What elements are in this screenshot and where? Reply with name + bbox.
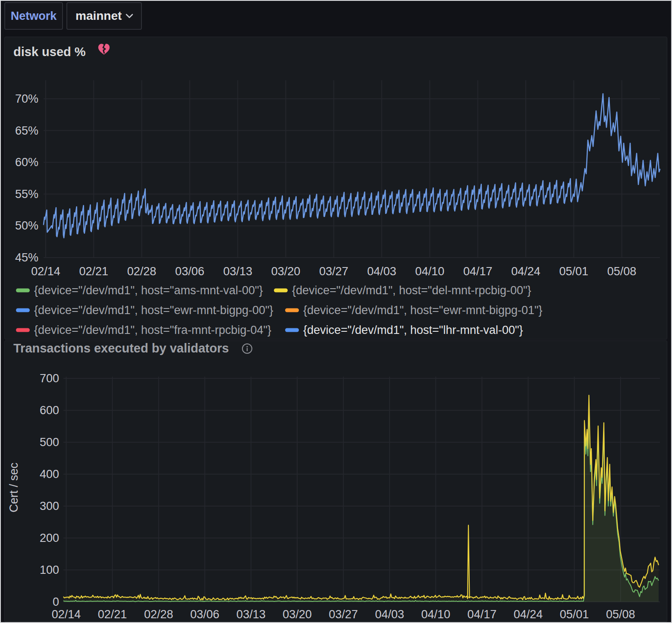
svg-text:disk used %: disk used % [13, 45, 86, 59]
svg-text:03/06: 03/06 [190, 608, 220, 621]
svg-text:Transactions executed by valid: Transactions executed by validators [13, 341, 229, 355]
svg-text:04/03: 04/03 [367, 265, 396, 278]
svg-text:{device="/dev/md1", host="ewr-: {device="/dev/md1", host="ewr-mnt-bigpg-… [303, 304, 543, 317]
svg-text:300: 300 [40, 500, 59, 513]
svg-text:400: 400 [40, 468, 59, 481]
svg-text:{device="/dev/md1", host="ewr-: {device="/dev/md1", host="ewr-mnt-bigpg-… [34, 304, 273, 317]
svg-text:05/01: 05/01 [560, 608, 589, 621]
svg-text:60%: 60% [15, 156, 38, 169]
svg-text:45%: 45% [15, 251, 38, 264]
svg-text:Cert / sec: Cert / sec [7, 463, 20, 513]
svg-text:05/01: 05/01 [559, 265, 589, 278]
svg-text:50%: 50% [15, 219, 38, 232]
svg-text:03/13: 03/13 [236, 608, 266, 621]
svg-text:04/17: 04/17 [463, 265, 493, 278]
svg-text:{device="/dev/md1", host="del-: {device="/dev/md1", host="del-mnt-rpcbig… [292, 284, 531, 297]
svg-text:500: 500 [40, 436, 59, 449]
svg-text:04/10: 04/10 [421, 608, 451, 621]
svg-text:65%: 65% [15, 124, 38, 137]
svg-text:200: 200 [40, 532, 59, 544]
svg-text:02/28: 02/28 [127, 265, 157, 278]
svg-text:03/20: 03/20 [271, 265, 301, 278]
svg-text:03/06: 03/06 [175, 265, 204, 278]
svg-text:70%: 70% [15, 92, 38, 105]
svg-text:600: 600 [40, 404, 59, 417]
svg-text:04/24: 04/24 [511, 265, 540, 278]
svg-text:{device="/dev/md1", host="ams-: {device="/dev/md1", host="ams-mnt-val-00… [34, 284, 263, 297]
svg-text:03/27: 03/27 [319, 265, 349, 278]
svg-text:02/21: 02/21 [79, 265, 109, 278]
svg-text:02/21: 02/21 [98, 608, 127, 621]
svg-text:700: 700 [40, 372, 59, 385]
svg-text:05/08: 05/08 [607, 265, 637, 278]
svg-text:04/03: 04/03 [375, 608, 404, 621]
svg-text:04/17: 04/17 [468, 608, 497, 621]
svg-text:{device="/dev/md1", host="fra-: {device="/dev/md1", host="fra-mnt-rpcbig… [34, 324, 271, 337]
svg-text:04/24: 04/24 [514, 608, 543, 621]
svg-text:03/27: 03/27 [329, 608, 358, 621]
svg-text:02/14: 02/14 [52, 608, 81, 621]
svg-text:55%: 55% [15, 188, 38, 201]
svg-text:03/13: 03/13 [223, 265, 252, 278]
svg-text:04/10: 04/10 [415, 265, 445, 278]
svg-text:0: 0 [53, 595, 59, 608]
svg-text:02/14: 02/14 [31, 265, 60, 278]
svg-text:05/08: 05/08 [606, 608, 635, 621]
svg-text:02/28: 02/28 [144, 608, 173, 621]
svg-text:100: 100 [40, 563, 59, 576]
svg-text:{device="/dev/md1", host="lhr-: {device="/dev/md1", host="lhr-mnt-val-00… [303, 324, 523, 337]
svg-text:03/20: 03/20 [283, 608, 312, 621]
